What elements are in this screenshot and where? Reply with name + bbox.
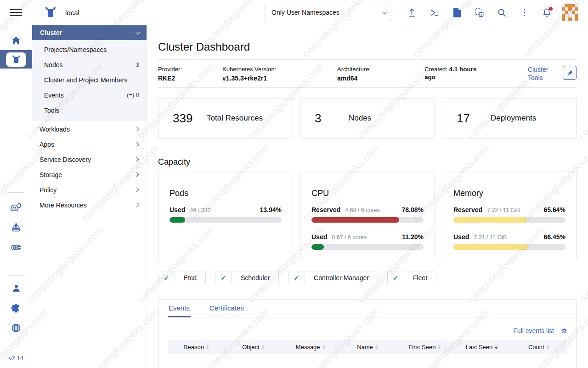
nav-group-more-resources[interactable]: More Resources bbox=[32, 197, 147, 213]
sort-carets-icon bbox=[375, 345, 378, 349]
nav-item-projects-namespaces[interactable]: Projects/Namespaces bbox=[32, 42, 147, 57]
component-status-row: ✓ Etcd ✓ Scheduler ✓ Controller Manager … bbox=[158, 271, 577, 284]
namespace-filter-dropdown[interactable]: Only User Namespaces bbox=[265, 4, 392, 21]
chevron-down-icon bbox=[382, 10, 387, 14]
sidebar-item-cluster-local[interactable] bbox=[0, 50, 32, 69]
top-bar: local Only User Namespaces bbox=[0, 0, 588, 25]
nav-item-nodes[interactable]: Nodes 3 bbox=[32, 57, 147, 72]
check-icon: ✓ bbox=[158, 271, 175, 284]
import-yaml-icon[interactable] bbox=[468, 4, 491, 21]
page-title: Cluster Dashboard bbox=[158, 40, 577, 53]
memory-reserved-bar bbox=[453, 217, 565, 223]
nav-item-cluster-project-members[interactable]: Cluster and Project Members bbox=[32, 72, 147, 87]
capacity-card-memory: Memory Reserved 7.22 / 11 GiB 65.64% bbox=[442, 172, 577, 261]
fleet-boat-icon[interactable] bbox=[0, 222, 32, 233]
chevron-right-icon bbox=[135, 157, 139, 162]
rail-divider bbox=[8, 192, 24, 193]
component-controller-manager: ✓ Controller Manager bbox=[288, 271, 378, 284]
chevron-right-icon bbox=[135, 172, 139, 177]
check-icon: ✓ bbox=[215, 271, 232, 284]
users-authentication-icon[interactable] bbox=[0, 283, 32, 293]
tab-events[interactable]: Events bbox=[168, 300, 191, 317]
rail-divider bbox=[8, 275, 24, 276]
tab-certificates[interactable]: Certificates bbox=[209, 300, 245, 317]
capacity-cards: Pods Used 46 / 330 13.94% CPU bbox=[158, 172, 577, 261]
sort-carets-icon bbox=[547, 345, 549, 349]
home-icon[interactable] bbox=[0, 35, 32, 46]
extensions-puzzle-icon[interactable] bbox=[0, 303, 32, 314]
events-count-badge: (=) 0 bbox=[127, 92, 139, 98]
cpu-used-bar bbox=[311, 244, 424, 250]
column-count[interactable]: Count bbox=[510, 344, 567, 351]
nav-groups: Workloads Apps Service Discovery Storage… bbox=[32, 121, 147, 213]
nav-section-label: Cluster bbox=[40, 29, 62, 36]
column-last-seen[interactable]: Last Seen bbox=[453, 344, 510, 351]
cluster-tools-link[interactable]: Cluster Tools bbox=[528, 66, 556, 82]
nav-section-cluster[interactable]: Cluster bbox=[32, 25, 147, 40]
chevron-right-icon bbox=[135, 142, 139, 147]
events-table-header: Reason Object Message Name bbox=[168, 340, 567, 354]
rancher-logo-icon bbox=[44, 7, 57, 18]
nav-group-workloads[interactable]: Workloads bbox=[32, 121, 147, 137]
pushpin-icon bbox=[566, 69, 573, 76]
sort-carets-icon bbox=[322, 345, 325, 349]
chevron-right-icon bbox=[135, 188, 139, 192]
cluster-cow-icon bbox=[11, 55, 22, 64]
stat-total-resources[interactable]: 339 Total Resources bbox=[158, 98, 293, 138]
glance-provider: Provider: RKE2 bbox=[158, 66, 222, 82]
namespace-filter-value: Only User Namespaces bbox=[271, 9, 339, 16]
stat-nodes[interactable]: 3 Nodes bbox=[300, 98, 435, 138]
cluster-nav: Cluster Projects/Namespaces Nodes 3 Clus… bbox=[32, 25, 147, 368]
component-etcd: ✓ Etcd bbox=[158, 271, 206, 284]
events-toolbar: Full events list bbox=[168, 327, 567, 334]
main-content: Cluster Dashboard Provider: RKE2 Kuberne… bbox=[147, 25, 588, 368]
stat-deployments[interactable]: 17 Deployments bbox=[442, 98, 577, 138]
notifications-bell-icon[interactable] bbox=[536, 4, 558, 21]
glance-kubernetes-version: Kubernetes Version: v1.35.3+rke2r1 bbox=[222, 66, 337, 82]
capacity-card-cpu: CPU Reserved 4.68 / 6 cores 78.08% bbox=[300, 172, 435, 261]
cpu-used-metric: Used 0.67 / 6 cores 11.20% bbox=[311, 233, 424, 250]
nav-group-service-discovery[interactable]: Service Discovery bbox=[32, 152, 147, 167]
component-fleet: ✓ Fleet bbox=[387, 271, 436, 284]
import-upload-icon[interactable] bbox=[401, 4, 423, 21]
glance-architecture: Architecture: amd64 bbox=[337, 66, 424, 82]
docs-icon[interactable] bbox=[446, 4, 468, 21]
left-icon-rail: v2.14 bbox=[0, 25, 32, 368]
user-avatar[interactable] bbox=[562, 4, 578, 21]
column-message[interactable]: Message bbox=[282, 344, 339, 351]
column-first-seen[interactable]: First Seen bbox=[396, 344, 453, 351]
divider bbox=[158, 87, 577, 88]
sort-carets-icon bbox=[206, 345, 209, 349]
search-icon[interactable] bbox=[491, 4, 513, 21]
version-label: v2.14 bbox=[0, 355, 32, 362]
memory-reserved-metric: Reserved 7.22 / 11 GiB 65.64% bbox=[453, 206, 565, 223]
stat-cards: 339 Total Resources 3 Nodes 17 Deploymen… bbox=[158, 98, 577, 138]
nav-group-apps[interactable]: Apps bbox=[32, 137, 147, 152]
cpu-reserved-metric: Reserved 4.68 / 6 cores 78.08% bbox=[311, 206, 424, 223]
pin-cluster-button[interactable] bbox=[563, 66, 577, 80]
capacity-card-pods: Pods Used 46 / 330 13.94% bbox=[158, 172, 293, 261]
nav-item-tools[interactable]: Tools bbox=[32, 103, 147, 118]
gear-icon[interactable] bbox=[561, 328, 567, 334]
nav-group-storage[interactable]: Storage bbox=[32, 167, 147, 182]
column-name[interactable]: Name bbox=[339, 344, 396, 351]
sort-carets-icon bbox=[438, 345, 441, 349]
check-icon: ✓ bbox=[288, 271, 305, 284]
sort-carets-icon bbox=[495, 345, 498, 349]
hamburger-menu-icon[interactable] bbox=[10, 9, 22, 16]
pods-used-bar bbox=[170, 217, 282, 223]
chevron-right-icon bbox=[135, 203, 139, 207]
pods-used-metric: Used 46 / 330 13.94% bbox=[170, 206, 282, 223]
cluster-brand: local bbox=[44, 7, 79, 18]
kubectl-shell-icon[interactable] bbox=[423, 4, 446, 21]
full-events-list-link[interactable]: Full events list bbox=[513, 327, 554, 334]
harvester-icon[interactable] bbox=[0, 243, 32, 252]
column-object[interactable]: Object bbox=[225, 344, 282, 351]
cluster-management-icon[interactable] bbox=[0, 202, 32, 213]
nav-item-events[interactable]: Events (=) 0 bbox=[32, 87, 147, 103]
active-cluster-pill bbox=[6, 52, 26, 67]
column-reason[interactable]: Reason bbox=[168, 344, 225, 351]
global-settings-globe-icon[interactable] bbox=[0, 322, 32, 334]
more-options-kebab-icon[interactable] bbox=[513, 4, 536, 21]
nav-group-policy[interactable]: Policy bbox=[32, 182, 147, 197]
